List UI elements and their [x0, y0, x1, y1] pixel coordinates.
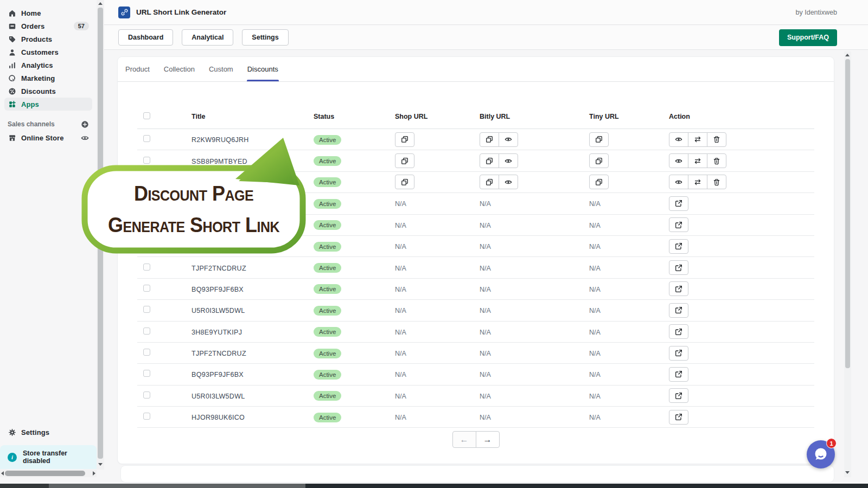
row-checkbox[interactable] [143, 135, 150, 142]
external-button[interactable] [669, 281, 688, 296]
sidebar-item-orders[interactable]: Orders57 [4, 20, 92, 33]
trash-button[interactable] [707, 132, 726, 147]
copy-button[interactable] [395, 132, 414, 147]
tab-collection[interactable]: Collection [164, 57, 195, 81]
button-group [669, 346, 688, 361]
sidebar-item-discounts[interactable]: Discounts [4, 85, 92, 98]
eye-button[interactable] [499, 175, 518, 189]
select-all-checkbox[interactable] [143, 112, 150, 119]
next-page-button[interactable]: → [476, 431, 500, 448]
eye-button[interactable] [499, 132, 518, 147]
view-store-eye-icon[interactable] [81, 134, 89, 142]
sidebar-item-settings[interactable]: Settings [4, 426, 92, 439]
button-group [669, 303, 688, 318]
button-group [480, 175, 518, 189]
external-button[interactable] [669, 239, 688, 254]
copy-icon [401, 136, 409, 143]
scroll-down-icon[interactable] [845, 471, 850, 474]
sidebar-item-marketing[interactable]: Marketing [4, 72, 92, 85]
nav-button-dashboard[interactable]: Dashboard [118, 29, 173, 46]
external-button[interactable] [669, 388, 688, 403]
swap-icon [694, 136, 701, 143]
external-button[interactable] [669, 196, 688, 211]
row-checkbox[interactable] [143, 285, 150, 292]
products-icon [8, 35, 16, 43]
row-checkbox[interactable] [143, 306, 150, 313]
sidebar-item-customers[interactable]: Customers [4, 46, 92, 59]
external-button[interactable] [669, 303, 688, 318]
eye-icon [505, 136, 512, 143]
copy-icon [486, 178, 493, 186]
external-button[interactable] [669, 410, 688, 425]
trash-button[interactable] [707, 175, 726, 189]
sidebar-item-home[interactable]: Home [4, 7, 92, 20]
row-checkbox[interactable] [143, 328, 150, 335]
main-vertical-scrollbar[interactable] [844, 52, 851, 477]
na-text: N/A [395, 307, 406, 314]
button-group [395, 153, 414, 168]
sidebar-item-online-store[interactable]: Online Store [4, 131, 92, 144]
external-button[interactable] [669, 367, 688, 382]
na-text: N/A [395, 414, 406, 421]
button-group [669, 281, 688, 296]
main-scrollbar-thumb[interactable] [845, 59, 850, 368]
na-text: N/A [395, 329, 406, 336]
tab-product[interactable]: Product [125, 57, 150, 81]
chat-widget-button[interactable]: 1 [807, 440, 835, 468]
trash-button[interactable] [707, 153, 726, 168]
na-text: N/A [589, 307, 601, 314]
row-checkbox[interactable] [143, 349, 150, 356]
swap-button[interactable] [688, 175, 707, 189]
sidebar-hscrollbar-thumb[interactable] [5, 471, 85, 476]
row-title: TJPF2TNCDRUZ [192, 265, 246, 272]
copy-button[interactable] [480, 175, 499, 189]
na-text: N/A [395, 200, 406, 208]
prev-page-button[interactable]: ← [452, 431, 476, 448]
sidebar-item-products[interactable]: Products [4, 33, 92, 46]
copy-button[interactable] [589, 132, 609, 147]
eye-button[interactable] [499, 153, 518, 168]
copy-button[interactable] [480, 153, 499, 168]
external-button[interactable] [669, 346, 688, 361]
sidebar: HomeOrders57ProductsCustomersAnalyticsMa… [0, 0, 97, 484]
eye-button[interactable] [669, 153, 688, 168]
scroll-down-icon[interactable] [98, 463, 103, 466]
store-transfer-banner[interactable]: i Store transfer disabled [0, 445, 97, 469]
copy-button[interactable] [589, 153, 609, 168]
swap-button[interactable] [688, 132, 707, 147]
eye-button[interactable] [669, 132, 688, 147]
nav-button-settings[interactable]: Settings [242, 29, 288, 46]
status-badge: Active [314, 391, 341, 401]
eye-button[interactable] [669, 175, 688, 189]
sidebar-item-analytics[interactable]: Analytics [4, 59, 92, 72]
na-text: N/A [480, 286, 491, 293]
nav-button-analytical[interactable]: Analytical [182, 29, 233, 46]
scroll-up-icon[interactable] [98, 2, 103, 5]
scroll-left-icon[interactable] [1, 471, 4, 476]
swap-button[interactable] [688, 153, 707, 168]
copy-button[interactable] [480, 132, 499, 147]
row-checkbox[interactable] [143, 391, 150, 399]
support-faq-button[interactable]: Support/FAQ [779, 29, 837, 46]
scroll-right-icon[interactable] [93, 471, 95, 476]
tab-discounts[interactable]: Discounts [247, 57, 278, 81]
row-checkbox[interactable] [143, 370, 150, 377]
row-checkbox[interactable] [143, 413, 150, 420]
tab-custom[interactable]: Custom [209, 57, 233, 81]
add-sales-channel-icon[interactable] [80, 120, 89, 129]
scroll-up-icon[interactable] [845, 54, 850, 56]
external-button[interactable] [669, 324, 688, 339]
row-checkbox[interactable] [143, 157, 150, 164]
copy-button[interactable] [395, 175, 414, 189]
row-checkbox[interactable] [143, 264, 150, 271]
info-icon: i [8, 453, 17, 462]
copy-button[interactable] [395, 153, 414, 168]
external-button[interactable] [669, 260, 688, 275]
external-button[interactable] [669, 217, 688, 232]
external-icon [675, 392, 682, 400]
na-text: N/A [589, 393, 601, 400]
button-group [669, 175, 726, 189]
sidebar-horizontal-scrollbar[interactable] [0, 470, 97, 477]
sidebar-item-apps[interactable]: Apps [4, 98, 92, 111]
copy-button[interactable] [589, 175, 609, 189]
